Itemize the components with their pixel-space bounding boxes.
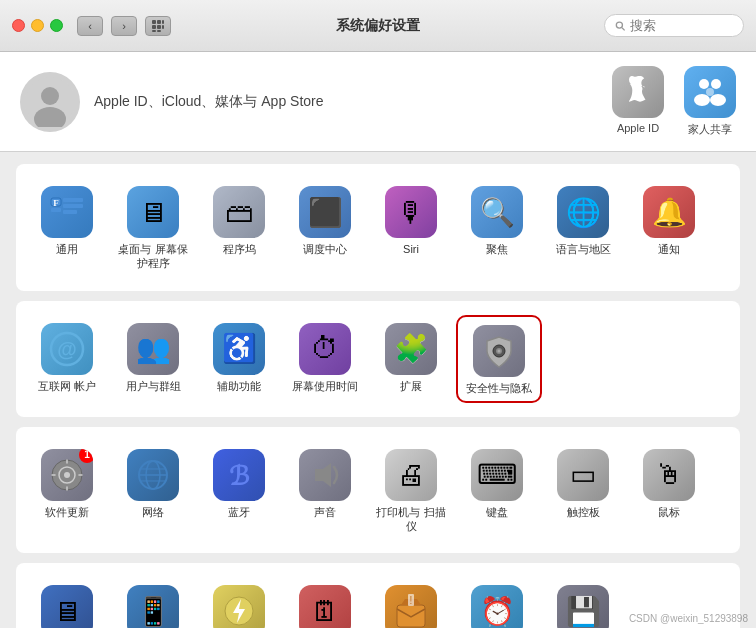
pref-icon-security (473, 325, 525, 377)
section-3: 1软件更新网络ℬ蓝牙声音🖨打印机与 扫描仪⌨键盘▭触控板🖱鼠标 (16, 427, 740, 554)
pref-item-keyboard[interactable]: ⌨键盘 (456, 441, 538, 540)
svg-point-13 (699, 79, 709, 89)
svg-rect-21 (63, 204, 83, 208)
pref-item-spotlight[interactable]: 🔍聚焦 (456, 178, 538, 277)
pref-item-desktop[interactable]: 🖥桌面与 屏幕保护程序 (112, 178, 194, 277)
svg-rect-0 (152, 20, 156, 24)
pref-icon-accessibility: ♿ (213, 323, 265, 375)
pref-item-internet[interactable]: @互联网 帐户 (26, 315, 108, 403)
pref-label-bluetooth: 蓝牙 (228, 505, 250, 519)
pref-item-software[interactable]: 1软件更新 (26, 441, 108, 540)
pref-item-accessibility[interactable]: ♿辅助功能 (198, 315, 280, 403)
pref-item-mission[interactable]: ⬛调度中心 (284, 178, 366, 277)
pref-item-siri[interactable]: 🎙Siri (370, 178, 452, 277)
pref-item-dock[interactable]: 🗃程序坞 (198, 178, 280, 277)
pref-item-users[interactable]: 👥用户与群组 (112, 315, 194, 403)
pref-label-internet: 互联网 帐户 (38, 379, 96, 393)
svg-text:F: F (53, 198, 59, 208)
pref-icon-internet: @ (41, 323, 93, 375)
search-input[interactable] (630, 18, 733, 33)
pref-item-printers[interactable]: 🖨打印机与 扫描仪 (370, 441, 452, 540)
svg-text:!: ! (410, 595, 413, 606)
pref-icon-spotlight: 🔍 (471, 186, 523, 238)
pref-icon-printers: 🖨 (385, 449, 437, 501)
pref-item-extensions[interactable]: 🧩扩展 (370, 315, 452, 403)
pref-label-notifications: 通知 (658, 242, 680, 256)
pref-item-sidecar[interactable]: 📱随航 (112, 577, 194, 628)
svg-point-16 (710, 94, 726, 106)
svg-rect-3 (152, 25, 156, 29)
svg-point-11 (41, 87, 59, 105)
pref-item-sharing[interactable]: !共享 (370, 577, 452, 628)
traffic-lights (12, 19, 63, 32)
pref-icon-screentime: ⏱ (299, 323, 351, 375)
pref-label-sound: 声音 (314, 505, 336, 519)
apple-id-right: Apple ID 家人共享 (612, 66, 736, 137)
pref-label-general: 通用 (56, 242, 78, 256)
family-label: 家人共享 (688, 122, 732, 137)
pref-label-mouse: 鼠标 (658, 505, 680, 519)
svg-rect-20 (63, 198, 83, 202)
apple-id-item[interactable]: Apple ID (612, 66, 664, 137)
pref-item-bluetooth[interactable]: ℬ蓝牙 (198, 441, 280, 540)
pref-item-notifications[interactable]: 🔔通知 (628, 178, 710, 277)
avatar (20, 72, 80, 132)
svg-rect-4 (157, 25, 161, 29)
pref-item-mouse[interactable]: 🖱鼠标 (628, 441, 710, 540)
forward-button[interactable]: › (111, 16, 137, 36)
pref-item-datetime[interactable]: 🗓日期与时间 (284, 577, 366, 628)
pref-item-network[interactable]: 网络 (112, 441, 194, 540)
family-item[interactable]: 家人共享 (684, 66, 736, 137)
back-button[interactable]: ‹ (77, 16, 103, 36)
svg-text:@: @ (57, 338, 77, 360)
pref-label-spotlight: 聚焦 (486, 242, 508, 256)
apple-id-banner: Apple ID、iCloud、媒体与 App Store Apple ID (0, 52, 756, 152)
svg-rect-2 (162, 20, 164, 24)
pref-icon-datetime: 🗓 (299, 585, 351, 628)
pref-label-printers: 打印机与 扫描仪 (374, 505, 448, 534)
pref-icon-users: 👥 (127, 323, 179, 375)
pref-label-desktop: 桌面与 屏幕保护程序 (116, 242, 190, 271)
pref-item-general[interactable]: F通用 (26, 178, 108, 277)
watermark: CSDN @weixin_51293898 (629, 613, 748, 624)
svg-point-31 (64, 472, 70, 478)
titlebar: ‹ › 系统偏好设置 (0, 0, 756, 52)
pref-item-display[interactable]: 🖥显示器 (26, 577, 108, 628)
svg-point-28 (498, 349, 501, 352)
titlebar-left: ‹ › (12, 16, 171, 36)
pref-item-timemachine[interactable]: ⏰时间机器 (456, 577, 538, 628)
badge-software: 1 (79, 449, 93, 463)
pref-icon-bluetooth: ℬ (213, 449, 265, 501)
pref-icon-general: F (41, 186, 93, 238)
svg-line-9 (622, 27, 625, 30)
grid-button[interactable] (145, 16, 171, 36)
maximize-button[interactable] (50, 19, 63, 32)
pref-icon-siri: 🎙 (385, 186, 437, 238)
pref-label-screentime: 屏幕使用时间 (292, 379, 358, 393)
svg-rect-22 (63, 210, 77, 214)
svg-point-15 (694, 94, 710, 106)
pref-label-network: 网络 (142, 505, 164, 519)
pref-item-sound[interactable]: 声音 (284, 441, 366, 540)
svg-text:ℬ: ℬ (229, 462, 250, 491)
pref-label-keyboard: 键盘 (486, 505, 508, 519)
minimize-button[interactable] (31, 19, 44, 32)
pref-label-software: 软件更新 (45, 505, 89, 519)
search-box[interactable] (604, 14, 744, 37)
pref-item-startup[interactable]: 💾启动磁盘 (542, 577, 624, 628)
main-content: F通用🖥桌面与 屏幕保护程序🗃程序坞⬛调度中心🎙Siri🔍聚焦🌐语言与地区🔔通知… (0, 152, 756, 628)
pref-item-screentime[interactable]: ⏱屏幕使用时间 (284, 315, 366, 403)
apple-id-left[interactable]: Apple ID、iCloud、媒体与 App Store (20, 72, 324, 132)
pref-item-language[interactable]: 🌐语言与地区 (542, 178, 624, 277)
svg-rect-41 (397, 605, 425, 627)
pref-icon-notifications: 🔔 (643, 186, 695, 238)
pref-label-security: 安全性与隐私 (466, 381, 532, 395)
pref-icon-mouse: 🖱 (643, 449, 695, 501)
pref-item-trackpad[interactable]: ▭触控板 (542, 441, 624, 540)
svg-point-17 (706, 88, 714, 96)
pref-item-security[interactable]: 安全性与隐私 (458, 317, 540, 401)
close-button[interactable] (12, 19, 25, 32)
pref-label-dock: 程序坞 (223, 242, 256, 256)
pref-item-energy[interactable]: 节能 (198, 577, 280, 628)
pref-label-siri: Siri (403, 242, 419, 256)
